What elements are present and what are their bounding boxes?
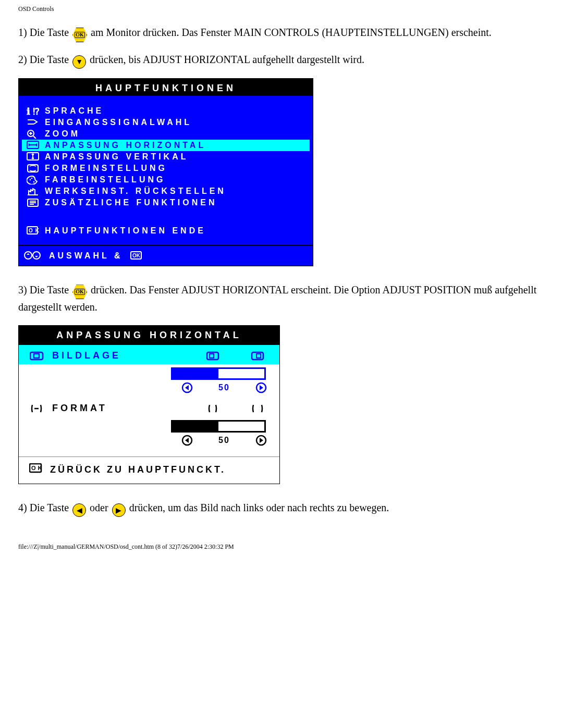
factory-icon <box>25 187 41 196</box>
osd-menu-item[interactable]: FARBEINSTELLUNG <box>22 174 310 186</box>
osd-menu-label: ANPASSUNG HORIZONTAL <box>41 141 307 150</box>
left-button-icon: ◀ <box>72 501 86 517</box>
ok-button-icon: OK <box>72 282 87 299</box>
osd2-position-value-row: 50 <box>19 381 279 398</box>
palette-icon <box>25 175 41 184</box>
left-arrow-icon[interactable] <box>181 435 193 446</box>
osd-menu-item[interactable]: EINGANGSSIGNALWAHL <box>22 117 310 128</box>
screen-shape-icon <box>25 164 41 173</box>
step-4-text-b: oder <box>90 502 111 513</box>
osd-footer-label: AUSWAHL & <box>49 251 123 261</box>
v-arrows-icon <box>25 152 41 162</box>
osd-main-footer: AUSWAHL & <box>19 245 313 266</box>
osd2-position-bar[interactable] <box>171 367 266 380</box>
osd-menu-item[interactable]: ANPASSUNG HORIZONTAL <box>22 140 310 151</box>
format-icon <box>29 403 45 414</box>
list-box-icon <box>25 198 41 207</box>
osd-menu-label: ANPASSUNG VERTIKAL <box>41 152 307 162</box>
osd2-position-bar-row <box>19 364 279 381</box>
osd-menu-item[interactable]: ZOOM <box>22 128 310 140</box>
osd-menu-label: FORMEINSTELLUNG <box>41 164 307 173</box>
right-button-icon: ▶ <box>112 501 126 517</box>
osd-menu-label: ZUSÄTZLICHE FUNKTIONEN <box>41 198 307 207</box>
osd-menu-item[interactable]: SPRACHE <box>22 105 310 117</box>
osd-menu-item[interactable]: WERKSEINST. RÜCKSTELLEN <box>22 186 310 197</box>
osd2-title: ANPASSUNG HORIZONTAL <box>19 326 279 345</box>
osd2-position-label: BILDLAGE <box>52 350 199 361</box>
size-narrow-icon <box>206 403 220 414</box>
left-arrow-icon[interactable] <box>181 382 193 393</box>
ok-button-icon: OK <box>72 25 87 42</box>
up-down-icon <box>24 251 42 261</box>
step-4-text-a: 4) Die Taste <box>18 502 71 513</box>
osd2-format-bar-row <box>19 417 279 434</box>
step-3-text-b: drücken. Das Fenster ADJUST HORIZONTAL e… <box>18 284 536 313</box>
step-1-text-a: 1) Die Taste <box>18 27 71 38</box>
step-2-text-b: drücken, bis ADJUST HORIZONTAL aufgehell… <box>90 54 364 65</box>
osd2-format-label: FORMAT <box>52 403 199 414</box>
osd-main-controls: HAUPTFUNKTIONEN SPRACHEEINGANGSSIGNALWAH… <box>18 78 313 266</box>
size-wide-icon <box>251 403 265 414</box>
right-arrow-icon[interactable] <box>255 435 267 446</box>
step-1: 1) Die Taste OK am Monitor drücken. Das … <box>18 24 545 42</box>
osd2-back-label: ZÜRÜCK ZU HAUPTFUNCKT. <box>50 464 226 475</box>
osd-menu-item[interactable]: ZUSÄTZLICHE FUNKTIONEN <box>22 197 310 208</box>
osd-menu-label: EINGANGSSIGNALWAHL <box>41 118 307 127</box>
position-left-icon <box>206 351 220 361</box>
osd2-format-bar[interactable] <box>171 420 266 433</box>
step-2: 2) Die Taste ▼ drücken, bis ADJUST HORIZ… <box>18 52 545 69</box>
osd2-section-format[interactable]: FORMAT <box>19 398 279 417</box>
position-icon <box>29 351 45 361</box>
step-3-text-a: 3) Die Taste <box>18 284 71 295</box>
globe-question-icon <box>25 106 41 116</box>
osd2-format-value: 50 <box>193 436 255 445</box>
osd2-section-position[interactable]: BILDLAGE <box>19 345 279 364</box>
osd-exit-label: HAUPTFUNKTIONEN ENDE <box>41 226 307 236</box>
footer-path: file:///Z|/multi_manual/GERMAN/OSD/osd_c… <box>18 543 545 556</box>
osd-menu-label: WERKSEINST. RÜCKSTELLEN <box>41 187 307 196</box>
osd-main-title: HAUPTFUNKTIONEN <box>19 79 313 96</box>
ok-icon <box>130 251 143 261</box>
osd-menu-label: SPRACHE <box>41 106 307 116</box>
step-2-text-a: 2) Die Taste <box>18 54 71 65</box>
step-3: 3) Die Taste OK drücken. Das Fenster ADJ… <box>18 282 545 315</box>
page-header: OSD Controls <box>18 5 545 13</box>
ok-icon <box>29 463 43 476</box>
osd-menu-label: ZOOM <box>41 129 307 139</box>
osd-menu-item[interactable]: ANPASSUNG VERTIKAL <box>22 151 310 163</box>
osd-adjust-horizontal: ANPASSUNG HORIZONTAL BILDLAGE 50 <box>18 325 280 484</box>
step-4: 4) Die Taste ◀ oder ▶ drücken, um das Bi… <box>18 500 545 517</box>
osd2-back-row[interactable]: ZÜRÜCK ZU HAUPTFUNCKT. <box>19 456 279 484</box>
ok-icon <box>25 226 41 236</box>
magnify-plus-icon <box>25 129 41 139</box>
osd2-format-value-row: 50 <box>19 434 279 450</box>
right-arrow-icon[interactable] <box>255 382 267 393</box>
step-1-text-b: am Monitor drücken. Das Fenster MAIN CON… <box>91 27 492 38</box>
osd-menu-label: FARBEINSTELLUNG <box>41 175 307 184</box>
position-right-icon <box>251 351 265 361</box>
down-button-icon: ▼ <box>72 53 86 69</box>
h-arrows-icon <box>25 141 41 150</box>
osd-menu-item[interactable]: FORMEINSTELLUNG <box>22 163 310 174</box>
step-4-text-c: drücken, um das Bild nach links oder nac… <box>129 502 389 513</box>
osd2-position-value: 50 <box>193 383 255 392</box>
osd-exit-row[interactable]: HAUPTFUNKTIONEN ENDE <box>22 225 310 237</box>
input-arrow-icon <box>25 118 41 127</box>
